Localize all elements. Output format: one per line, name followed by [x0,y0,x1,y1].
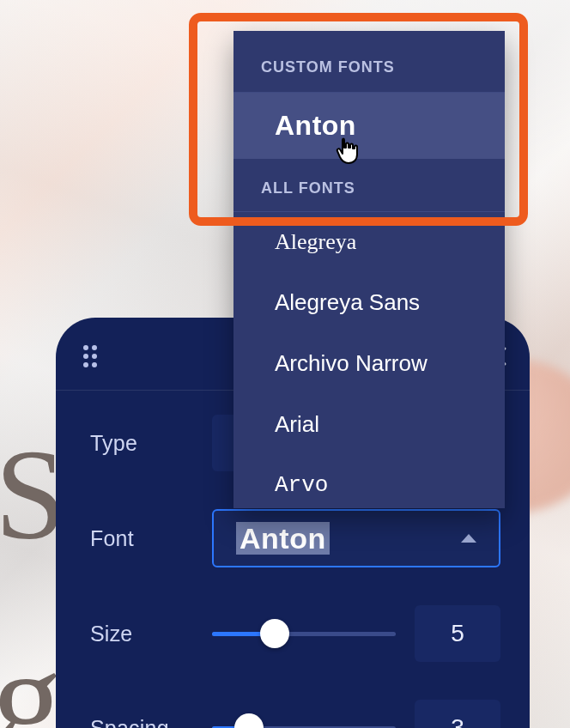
svg-point-0 [83,345,88,350]
svg-point-2 [83,354,88,359]
size-slider-thumb[interactable] [260,619,289,648]
font-option-anton[interactable]: Anton [233,93,505,159]
dropdown-section-custom: CUSTOM FONTS [233,31,505,93]
font-row: Font Anton [90,509,500,567]
size-value[interactable]: 5 [415,605,500,662]
svg-point-4 [83,362,88,367]
spacing-label: Spacing [90,716,193,729]
font-option-alegreya[interactable]: Alegreya [233,212,505,272]
size-label: Size [90,622,193,646]
font-option-label: Arvo [275,472,328,498]
chevron-up-icon [461,534,476,543]
background-glyph-g: g [0,618,63,728]
font-label: Font [90,526,193,551]
dropdown-section-all: ALL FONTS [233,159,505,212]
font-option-label: Alegreya [275,229,356,254]
font-option-archivo-narrow[interactable]: Archivo Narrow [233,333,505,394]
font-value: Anton [236,522,330,555]
font-select[interactable]: Anton [212,509,500,567]
size-slider[interactable] [212,632,396,636]
spacing-slider-thumb[interactable] [234,713,264,728]
spacing-row: Spacing 3 [90,700,500,728]
svg-point-3 [92,354,97,359]
size-row: Size 5 [90,605,500,662]
type-label: Type [90,431,193,456]
font-option-label: Alegreya Sans [275,289,420,315]
spacing-value[interactable]: 3 [415,700,500,728]
font-option-arial[interactable]: Arial [233,394,505,455]
drag-handle-icon[interactable] [82,343,99,369]
font-option-alegreya-sans[interactable]: Alegreya Sans [233,272,505,333]
font-option-label: Anton [275,110,356,141]
font-option-label: Arial [275,411,319,437]
svg-point-1 [92,345,97,350]
svg-point-5 [92,362,97,367]
font-option-label: Archivo Narrow [275,350,428,376]
font-dropdown[interactable]: CUSTOM FONTS Anton ALL FONTS Alegreya Al… [233,31,505,508]
font-option-arvo[interactable]: Arvo [233,455,505,515]
